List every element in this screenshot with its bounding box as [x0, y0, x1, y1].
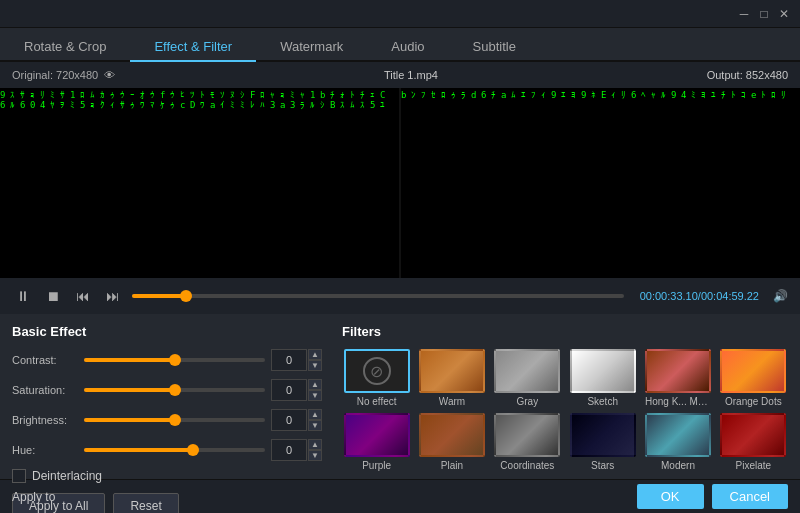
original-canvas [0, 88, 399, 278]
filter-item-no-effect[interactable]: ⊘ No effect [342, 349, 411, 407]
tab-watermark[interactable]: Watermark [256, 33, 367, 62]
action-buttons: Apply to All Reset [12, 493, 322, 513]
bottom-right-buttons: OK Cancel [637, 484, 788, 509]
brightness-row: Brightness: 0 ▲ ▼ [12, 409, 322, 431]
filter-thumb-modern [645, 413, 711, 457]
minimize-button[interactable]: ─ [736, 6, 752, 22]
filter-thumb-sketch [570, 349, 636, 393]
filter-label-modern: Modern [661, 460, 695, 471]
filter-item-coords[interactable]: Coordinates [493, 413, 562, 471]
filters-panel: Filters ⊘ No effect Warm Gray [342, 324, 788, 469]
filter-item-plain[interactable]: Plain [417, 413, 486, 471]
maximize-button[interactable]: □ [756, 6, 772, 22]
filter-thumb-orange [720, 349, 786, 393]
contrast-label: Contrast: [12, 354, 84, 366]
time-display: 00:00:33.10/00:04:59.22 [640, 290, 759, 302]
filters-title: Filters [342, 324, 788, 339]
filter-item-modern[interactable]: Modern [643, 413, 712, 471]
filter-item-hongk[interactable]: Hong K... Movie [643, 349, 712, 407]
filter-label-sketch: Sketch [587, 396, 618, 407]
tab-subtitle[interactable]: Subtitle [449, 33, 540, 62]
filter-label-hongk: Hong K... Movie [645, 396, 711, 407]
filter-thumb-plain [419, 413, 485, 457]
hue-row: Hue: 0 ▲ ▼ [12, 439, 322, 461]
saturation-slider[interactable] [84, 388, 265, 392]
title-bar: ─ □ ✕ [0, 0, 800, 28]
effect-panel: Basic Effect Contrast: 0 ▲ ▼ Saturation:… [12, 324, 322, 469]
brightness-label: Brightness: [12, 414, 84, 426]
filter-thumb-purple [344, 413, 410, 457]
volume-icon[interactable]: 🔊 [773, 289, 788, 303]
apply-to-label: Apply to [12, 490, 55, 504]
main-content: Basic Effect Contrast: 0 ▲ ▼ Saturation:… [0, 314, 800, 479]
contrast-slider[interactable] [84, 358, 265, 362]
effect-panel-title: Basic Effect [12, 324, 322, 339]
stop-button[interactable]: ⏹ [42, 286, 64, 306]
filter-label-coords: Coordinates [500, 460, 554, 471]
hue-value: 0 [271, 439, 307, 461]
hue-down[interactable]: ▼ [308, 450, 322, 461]
filter-item-orange[interactable]: Orange Dots [719, 349, 788, 407]
hue-spinner[interactable]: ▲ ▼ [308, 439, 322, 461]
tab-effect-filter[interactable]: Effect & Filter [130, 33, 256, 62]
progress-thumb[interactable] [180, 290, 192, 302]
contrast-row: Contrast: 0 ▲ ▼ [12, 349, 322, 371]
filter-item-pixelate[interactable]: Pixelate [719, 413, 788, 471]
brightness-value: 0 [271, 409, 307, 431]
prev-button[interactable]: ⏮ [72, 286, 94, 306]
info-bar: Original: 720x480 👁 Title 1.mp4 Output: … [0, 62, 800, 88]
contrast-spinner[interactable]: ▲ ▼ [308, 349, 322, 371]
tab-bar: Rotate & Crop Effect & Filter Watermark … [0, 28, 800, 62]
filter-item-warm[interactable]: Warm [417, 349, 486, 407]
saturation-value: 0 [271, 379, 307, 401]
eye-icon[interactable]: 👁 [104, 69, 115, 81]
filter-thumb-coords [494, 413, 560, 457]
video-title: Title 1.mp4 [115, 69, 706, 81]
deinterlacing-row: Deinterlacing [12, 469, 322, 483]
brightness-slider[interactable] [84, 418, 265, 422]
tab-rotate-crop[interactable]: Rotate & Crop [0, 33, 130, 62]
close-button[interactable]: ✕ [776, 6, 792, 22]
pause-button[interactable]: ⏸ [12, 286, 34, 306]
deinterlacing-checkbox[interactable] [12, 469, 26, 483]
contrast-value: 0 [271, 349, 307, 371]
preview-original [0, 88, 399, 278]
brightness-up[interactable]: ▲ [308, 409, 322, 420]
filter-label-stars: Stars [591, 460, 614, 471]
saturation-row: Saturation: 0 ▲ ▼ [12, 379, 322, 401]
filter-thumb-pixelate [720, 413, 786, 457]
filter-item-gray[interactable]: Gray [493, 349, 562, 407]
tab-audio[interactable]: Audio [367, 33, 448, 62]
progress-fill [132, 294, 186, 298]
filter-label-no-effect: No effect [357, 396, 397, 407]
no-effect-icon: ⊘ [363, 357, 391, 385]
filters-grid: ⊘ No effect Warm Gray Sketch [342, 349, 788, 471]
brightness-spinner[interactable]: ▲ ▼ [308, 409, 322, 431]
filter-thumb-gray [494, 349, 560, 393]
contrast-down[interactable]: ▼ [308, 360, 322, 371]
brightness-down[interactable]: ▼ [308, 420, 322, 431]
reset-button[interactable]: Reset [113, 493, 178, 513]
cancel-button[interactable]: Cancel [712, 484, 788, 509]
filter-thumb-hongk [645, 349, 711, 393]
saturation-up[interactable]: ▲ [308, 379, 322, 390]
filter-label-pixelate: Pixelate [736, 460, 772, 471]
filter-item-stars[interactable]: Stars [568, 413, 637, 471]
hue-slider[interactable] [84, 448, 265, 452]
preview-output [401, 88, 800, 278]
hue-up[interactable]: ▲ [308, 439, 322, 450]
output-size-label: Output: 852x480 [707, 69, 788, 81]
progress-track[interactable] [132, 294, 624, 298]
next-button[interactable]: ⏭ [102, 286, 124, 306]
filter-item-purple[interactable]: Purple [342, 413, 411, 471]
filter-label-gray: Gray [516, 396, 538, 407]
saturation-spinner[interactable]: ▲ ▼ [308, 379, 322, 401]
filter-item-sketch[interactable]: Sketch [568, 349, 637, 407]
filter-thumb-warm [419, 349, 485, 393]
contrast-up[interactable]: ▲ [308, 349, 322, 360]
output-canvas [401, 88, 800, 278]
ok-button[interactable]: OK [637, 484, 704, 509]
filter-label-orange: Orange Dots [725, 396, 782, 407]
saturation-down[interactable]: ▼ [308, 390, 322, 401]
filter-thumb-no-effect: ⊘ [344, 349, 410, 393]
